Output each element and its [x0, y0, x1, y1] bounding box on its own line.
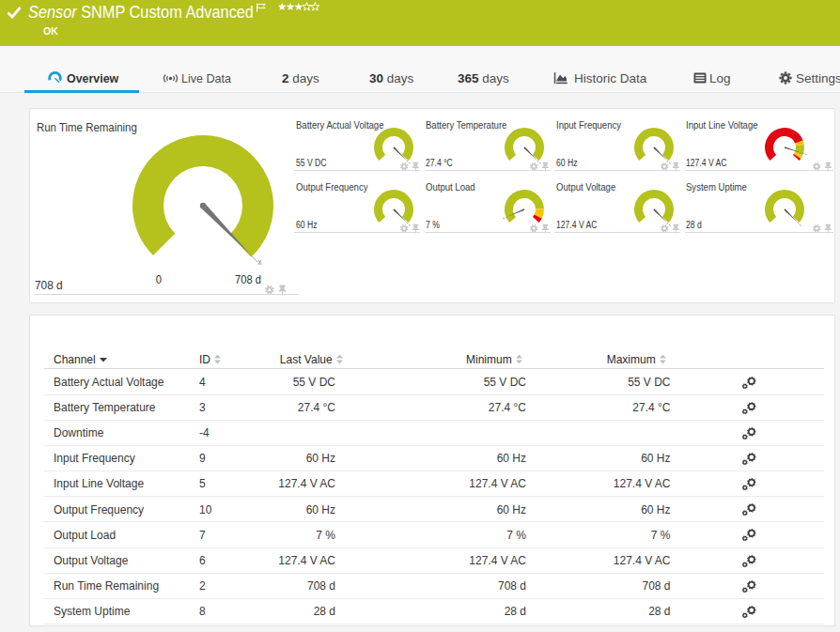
svg-text:x: x — [257, 257, 262, 267]
